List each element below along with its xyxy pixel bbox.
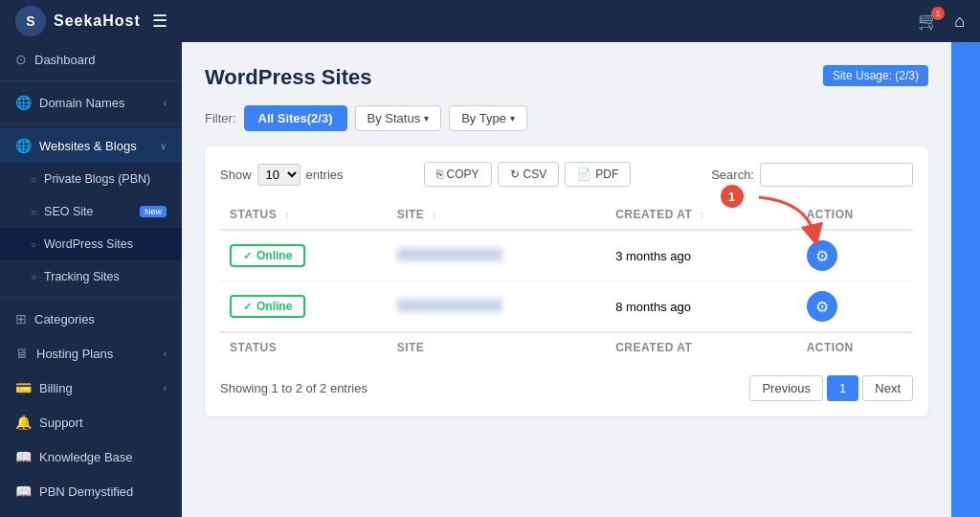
status-cell: ✓ Online [220, 230, 388, 281]
sidebar-divider [0, 297, 182, 298]
sidebar-item-seo-site[interactable]: ○ SEO Site New [0, 195, 182, 228]
sidebar-item-label: Knowledge Base [39, 450, 167, 464]
csv-icon: ↻ [510, 168, 520, 181]
chevron-down-icon: ∨ [160, 141, 167, 151]
sidebar-item-label: Tracking Sites [44, 270, 167, 283]
show-label: Show [220, 168, 252, 182]
footer-status: STATUS [220, 332, 388, 362]
domain-icon: 🌐 [15, 95, 32, 110]
created-at-cell: 8 months ago [606, 281, 796, 333]
status-cell: ✓ Online [220, 281, 388, 333]
circle-icon: ○ [31, 272, 36, 282]
show-entries: Show 10 25 50 entries [220, 164, 344, 186]
sidebar-item-websites-blogs[interactable]: 🌐 Websites & Blogs ∨ [0, 128, 182, 163]
sidebar-item-categories[interactable]: ⊞ Categories [0, 302, 182, 336]
sidebar-item-pbn-demystified[interactable]: 📖 PBN Demystified [0, 474, 182, 508]
by-status-label: By Status [368, 111, 421, 125]
topbar-left: S SeekaHost ☰ [15, 6, 175, 36]
sidebar-item-billing[interactable]: 💳 Billing ‹ [0, 371, 182, 405]
sidebar-item-label: Websites & Blogs [39, 139, 152, 153]
search-input[interactable] [760, 163, 913, 187]
sidebar-item-label: WordPress Sites [44, 237, 167, 251]
site-column-header: SITE ↕ [388, 200, 607, 230]
table-card: Show 10 25 50 entries ⎘ COPY ↻ CS [205, 146, 928, 416]
footer-created-at: CREATED AT [606, 332, 796, 362]
sidebar-item-hosting-plans[interactable]: 🖥 Hosting Plans ‹ [0, 336, 182, 371]
status-label: Online [256, 249, 292, 262]
hamburger-icon[interactable]: ☰ [152, 11, 167, 32]
cart-icon[interactable]: 🛒 1 [918, 11, 939, 32]
chevron-icon: ‹ [164, 98, 167, 108]
sidebar-item-label: Dashboard [34, 53, 167, 67]
entries-select[interactable]: 10 25 50 [257, 164, 301, 186]
created-at-value: 3 months ago [615, 249, 691, 263]
table-footer-row: STATUS SITE CREATED AT ACTION [220, 332, 913, 362]
hosting-icon: 🖥 [15, 346, 29, 361]
main-layout: ⊙ Dashboard 🌐 Domain Names ‹ 🌐 Websites … [0, 42, 980, 517]
csv-button[interactable]: ↻ CSV [498, 162, 560, 187]
pdf-icon: 📄 [577, 168, 591, 181]
sidebar-item-label: Billing [39, 381, 156, 395]
status-column-header: STATUS ↕ [220, 200, 388, 230]
created-at-column-header: CREATED AT ↕ [606, 200, 796, 230]
topbar: S SeekaHost ☰ 🛒 1 ⌂ [0, 0, 980, 42]
support-icon: 🔔 [15, 415, 32, 430]
circle-icon: ○ [31, 239, 36, 250]
sidebar-item-private-blogs[interactable]: ○ Private Blogs (PBN) [0, 163, 182, 195]
sidebar-item-knowledge-base[interactable]: 📖 Knowledge Base [0, 439, 182, 474]
table-wrapper: STATUS ↕ SITE ↕ CREATED AT ↕ AC [220, 200, 913, 362]
table-row: ✓ Online 3 months ago [220, 230, 913, 281]
categories-icon: ⊞ [15, 311, 27, 326]
sidebar-item-domain-names[interactable]: 🌐 Domain Names ‹ [0, 85, 182, 120]
page-title: WordPress Sites [205, 65, 371, 90]
dashboard-icon: ⊙ [15, 52, 27, 67]
sidebar-divider [0, 80, 182, 81]
filter-label: Filter: [205, 111, 236, 125]
copy-label: COPY [447, 168, 479, 181]
next-button[interactable]: Next [862, 375, 913, 401]
by-type-filter-button[interactable]: By Type ▾ [449, 105, 527, 131]
websites-icon: 🌐 [15, 138, 32, 153]
sidebar-item-tracking-sites[interactable]: ○ Tracking Sites [0, 260, 182, 293]
sites-table: STATUS ↕ SITE ↕ CREATED AT ↕ AC [220, 200, 913, 362]
chevron-icon: ‹ [164, 348, 167, 359]
right-panel [951, 42, 980, 517]
home-icon[interactable]: ⌂ [954, 11, 965, 32]
sidebar-item-wordpress-sites[interactable]: ○ WordPress Sites [0, 228, 182, 260]
status-label: Online [256, 300, 292, 313]
circle-icon: ○ [31, 207, 36, 217]
chevron-down-icon: ▾ [424, 113, 429, 124]
check-icon: ✓ [243, 301, 252, 313]
previous-button[interactable]: Previous [749, 375, 823, 401]
by-status-filter-button[interactable]: By Status ▾ [355, 105, 442, 131]
circle-icon: ○ [31, 174, 36, 185]
pdf-label: PDF [595, 168, 618, 181]
csv-label: CSV [523, 168, 547, 181]
all-sites-filter-button[interactable]: All Sites(2/3) [244, 105, 347, 131]
filter-bar: Filter: All Sites(2/3) By Status ▾ By Ty… [205, 105, 928, 131]
action-column-header: ACTION [797, 200, 913, 230]
search-label: Search: [711, 168, 754, 182]
entries-label: entries [306, 168, 344, 182]
new-badge: New [140, 206, 167, 217]
pdf-button[interactable]: 📄 PDF [565, 162, 631, 187]
logo-initial: S [26, 13, 34, 29]
copy-button[interactable]: ⎘ COPY [424, 162, 492, 187]
sidebar-item-dashboard[interactable]: ⊙ Dashboard [0, 42, 182, 77]
sidebar-item-support[interactable]: 🔔 Support [0, 405, 182, 439]
sidebar-item-label: Support [39, 416, 167, 430]
created-at-value: 8 months ago [615, 300, 691, 314]
sidebar-item-label: Private Blogs (PBN) [44, 172, 167, 186]
sort-icon: ↕ [432, 210, 437, 220]
settings-button[interactable]: ⚙ [807, 240, 837, 271]
sidebar-item-label: PBN Demystified [39, 484, 167, 499]
site-cell [388, 230, 607, 281]
page-1-button[interactable]: 1 [827, 375, 858, 401]
billing-icon: 💳 [15, 380, 32, 395]
knowledge-icon: 📖 [15, 449, 32, 464]
settings-button[interactable]: ⚙ [807, 291, 837, 322]
footer-site: SITE [388, 332, 607, 362]
sidebar-item-label: Categories [34, 312, 167, 326]
chevron-icon: ‹ [164, 383, 167, 393]
site-url-blurred [397, 248, 502, 261]
